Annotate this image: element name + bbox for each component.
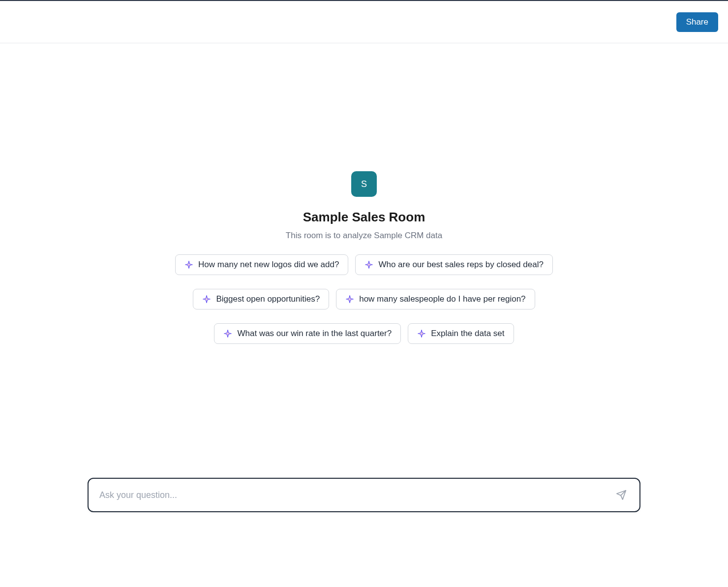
room-title: Sample Sales Room [303,210,425,225]
suggestion-chip-4[interactable]: how many salespeople do I have per regio… [336,289,535,309]
suggestion-label: What was our win rate in the last quarte… [237,329,392,339]
sparkle-icon [364,260,373,269]
suggestion-chip-1[interactable]: How many net new logos did we add? [175,254,348,275]
sparkle-icon [417,329,426,338]
sparkle-icon [202,295,211,304]
suggestion-chip-2[interactable]: Who are our best sales reps by closed de… [355,254,552,275]
room-description: This room is to analyze Sample CRM data [286,231,442,241]
send-icon [616,490,627,500]
suggestion-label: Who are our best sales reps by closed de… [378,260,543,270]
sparkle-icon [223,329,232,338]
sparkle-icon [345,295,354,304]
room-avatar: S [351,171,377,197]
suggestion-chip-6[interactable]: Explain the data set [408,323,514,344]
suggestion-chip-5[interactable]: What was our win rate in the last quarte… [214,323,401,344]
main-content: S Sample Sales Room This room is to anal… [0,43,728,344]
sparkle-icon [184,260,193,269]
suggestion-label: How many net new logos did we add? [198,260,339,270]
suggestion-chip-3[interactable]: Biggest open opportunities? [193,289,329,309]
send-button[interactable] [614,488,629,502]
header: Share [0,1,728,43]
suggestion-label: Biggest open opportunities? [216,294,320,304]
suggestions-container: How many net new logos did we add? Who a… [113,254,615,344]
question-input[interactable] [99,490,614,500]
suggestion-label: how many salespeople do I have per regio… [359,294,525,304]
share-button[interactable]: Share [676,12,718,32]
input-container [88,478,640,512]
suggestion-label: Explain the data set [431,329,504,339]
